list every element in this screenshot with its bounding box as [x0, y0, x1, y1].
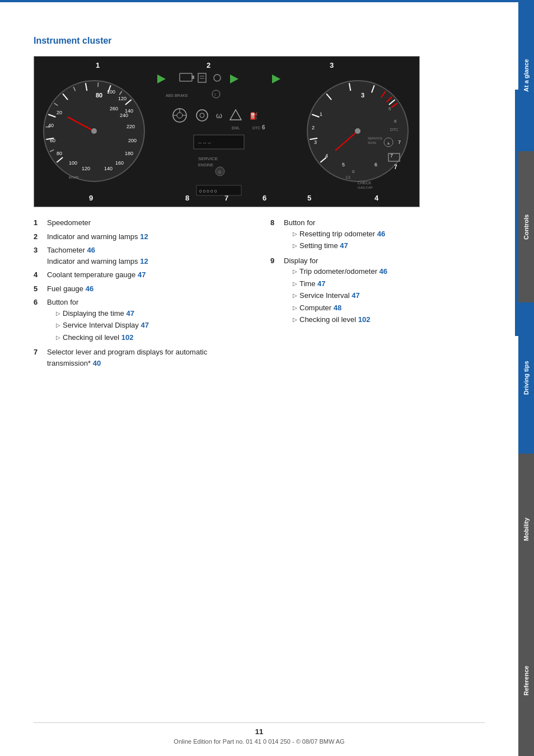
svg-text:20: 20 — [57, 110, 62, 115]
svg-line-12 — [98, 82, 99, 87]
tab-at-glance[interactable]: At a glance — [518, 0, 534, 151]
svg-text:1/1: 1/1 — [345, 175, 351, 179]
svg-text:80: 80 — [96, 92, 102, 99]
tab-driving-tips[interactable]: Driving tips — [518, 302, 534, 454]
link-9-3[interactable]: 47 — [352, 290, 359, 301]
speedometer-svg: 20 40 60 80 100 120 80 100 120 140 140 1… — [40, 67, 149, 193]
link-9-2[interactable]: 47 — [317, 278, 325, 290]
svg-text:100: 100 — [107, 89, 115, 95]
svg-text:⊙: ⊙ — [218, 170, 222, 175]
link-9-5[interactable]: 102 — [358, 314, 371, 325]
sub-arrow-6-2: ▷ — [56, 321, 60, 329]
svg-text:GAS CAP: GAS CAP — [358, 186, 373, 189]
sub-arrow-8-2: ▷ — [293, 241, 297, 250]
svg-text:SERVICE: SERVICE — [368, 137, 382, 140]
svg-text:6: 6 — [374, 162, 377, 167]
svg-text:2: 2 — [312, 125, 315, 130]
svg-point-45 — [212, 90, 220, 98]
desc-left-col: 1 Speedometer 2 Indicator and warning la… — [34, 217, 248, 371]
svg-text:140: 140 — [104, 166, 113, 171]
desc-text-1: Speedometer — [47, 217, 248, 228]
link-9-4[interactable]: 48 — [334, 302, 341, 314]
side-tabs-container: At a glance Controls Driving tips Mobili… — [518, 0, 534, 756]
cluster-label-5: 5 — [307, 194, 311, 202]
sub-item-9-2: ▷ Time 47 — [293, 278, 485, 290]
sub-item-9-4: ▷ Computer 48 — [293, 302, 485, 314]
link-3[interactable]: 46 — [87, 246, 95, 254]
cluster-diagram: 1 2 3 9 8 7 6 5 4 — [34, 56, 420, 207]
svg-text:6: 6 — [262, 124, 265, 130]
desc-item-7: 7 Selector lever and program displays fo… — [34, 347, 248, 368]
svg-text:4: 4 — [325, 153, 328, 158]
sub-arrow-6-3: ▷ — [56, 333, 60, 342]
link-8-2[interactable]: 47 — [340, 240, 348, 251]
svg-rect-38 — [192, 76, 194, 79]
desc-num-6: 6 — [34, 297, 45, 344]
desc-num-5: 5 — [34, 283, 45, 295]
svg-text:80: 80 — [57, 151, 62, 156]
sub-item-8-2: ▷ Setting time 47 — [293, 240, 485, 251]
desc-text-3: Tachometer 46 Indicator and warning lamp… — [47, 245, 248, 267]
sub-item-6-1: ▷ Displaying the time 47 — [56, 308, 248, 319]
desc-num-7: 7 — [34, 347, 45, 368]
svg-text:3: 3 — [314, 139, 317, 145]
link-7[interactable]: 40 — [93, 359, 101, 367]
svg-text:SOON: SOON — [368, 141, 376, 144]
cluster-label-4: 4 — [374, 194, 378, 202]
svg-text:3: 3 — [361, 92, 364, 99]
desc-num-1: 1 — [34, 217, 45, 228]
sub-arrow-9-1: ▷ — [293, 267, 297, 276]
svg-text:DTC: DTC — [390, 128, 398, 132]
desc-text-4: Coolant temperature gauge 47 — [47, 269, 248, 281]
link-9-1[interactable]: 46 — [380, 266, 387, 277]
svg-text:ω: ω — [216, 111, 222, 120]
link-3b[interactable]: 12 — [140, 257, 148, 265]
tab-reference[interactable]: Reference — [518, 605, 534, 756]
svg-text:200: 200 — [128, 138, 137, 143]
link-8-1[interactable]: 46 — [377, 228, 385, 240]
tachometer-svg: 1 2 3 4 5 3 6 7 7 5 6 SERVICE SOON ▲ — [302, 67, 414, 193]
desc-num-3: 3 — [34, 245, 45, 267]
desc-num-8: 8 — [270, 217, 282, 253]
link-6-1[interactable]: 47 — [126, 308, 134, 319]
desc-item-5: 5 Fuel gauge 46 — [34, 283, 248, 295]
link-5[interactable]: 46 — [86, 284, 93, 293]
cluster-label-9: 9 — [89, 194, 93, 202]
svg-text:60: 60 — [50, 138, 55, 143]
sub-item-6-3: ▷ Checking oil level 102 — [56, 332, 248, 343]
center-display-svg: ABS BRAKE ! ω ⛽ EML DTC 6 — [149, 62, 292, 205]
footer-text: Online Edition for Part no. 01 41 0 014 … — [174, 738, 344, 745]
desc-text-9: Display for ▷ Trip odometer/odometer 46 … — [284, 255, 485, 326]
link-6-2[interactable]: 47 — [140, 320, 148, 331]
desc-num-9: 9 — [270, 255, 282, 326]
page-number: 11 — [34, 727, 485, 736]
desc-text-2: Indicator and warning lamps 12 — [47, 231, 248, 242]
desc-item-6: 6 Button for ▷ Displaying the time 47 ▷ … — [34, 297, 248, 344]
svg-text:160: 160 — [115, 160, 124, 166]
tab-mobility[interactable]: Mobility — [518, 454, 534, 605]
link-6-3[interactable]: 102 — [121, 332, 134, 343]
sub-arrow-9-4: ▷ — [293, 304, 297, 312]
svg-text:260: 260 — [110, 106, 118, 111]
link-2[interactable]: 12 — [140, 232, 148, 241]
desc-item-1: 1 Speedometer — [34, 217, 248, 228]
svg-point-32 — [91, 128, 97, 134]
sub-item-6-2: ▷ Service Interval Display 47 — [56, 320, 248, 331]
page-footer: 11 Online Edition for Part no. 01 41 0 0… — [34, 722, 485, 745]
svg-text:EML: EML — [232, 126, 240, 130]
main-content: Instrument cluster 1 2 3 9 8 7 6 5 4 — [0, 2, 518, 756]
link-4[interactable]: 47 — [138, 270, 146, 279]
svg-text:100: 100 — [69, 160, 77, 166]
sub-arrow-9-2: ▷ — [293, 279, 297, 288]
svg-text:ENGINE: ENGINE — [198, 163, 213, 167]
desc-item-8: 8 Button for ▷ Resetting trip odometer 4… — [270, 217, 485, 253]
svg-point-89 — [355, 128, 360, 134]
desc-item-2: 2 Indicator and warning lamps 12 — [34, 231, 248, 242]
desc-num-2: 2 — [34, 231, 45, 242]
svg-text:-- -- --: -- -- -- — [198, 140, 211, 146]
tab-controls[interactable]: Controls — [518, 151, 534, 302]
svg-text:240: 240 — [120, 113, 128, 118]
sub-arrow-9-5: ▷ — [293, 315, 297, 324]
svg-text:6: 6 — [394, 119, 397, 124]
sub-arrow-8-1: ▷ — [293, 230, 297, 238]
